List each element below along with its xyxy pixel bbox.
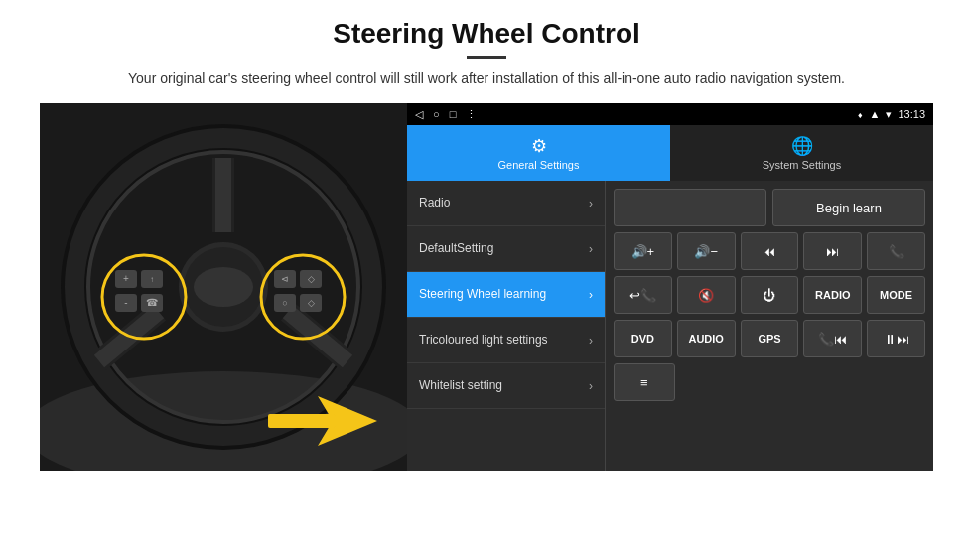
menu-item-default[interactable]: DefaultSetting › (407, 226, 605, 272)
blank-box (614, 189, 766, 226)
controls-row1: Begin learn (614, 189, 925, 226)
tel-prev-icon: 📞⏮ (818, 332, 847, 347)
android-panel: ◁ ○ □ ⋮ ⬧ ▲ ▾ 13:13 ⚙ General Settings (407, 103, 933, 471)
mode-label: MODE (880, 289, 912, 301)
menu-item-tricolour[interactable]: Tricoloured light settings › (407, 318, 605, 363)
svg-text:-: - (124, 297, 127, 308)
menu-whitelist-label: Whitelist setting (419, 378, 502, 394)
nav-back-icon[interactable]: ◁ (415, 108, 423, 121)
controls-area: Begin learn 🔊+ 🔊− ⏮ (606, 181, 933, 471)
title-divider (467, 56, 506, 59)
svg-text:○: ○ (282, 298, 287, 308)
power-button[interactable]: ⏻ (741, 276, 799, 314)
controls-row4: DVD AUDIO GPS 📞⏮ ⏸⏭ (614, 320, 925, 357)
tab-system[interactable]: 🌐 System Settings (670, 125, 933, 181)
power-icon: ⏻ (763, 288, 775, 303)
svg-text:+: + (123, 273, 129, 284)
menu-item-whitelist[interactable]: Whitelist setting › (407, 363, 605, 409)
svg-text:☎: ☎ (146, 297, 158, 308)
radio-button[interactable]: RADIO (803, 276, 862, 314)
main-area: Radio › DefaultSetting › Steering Wheel … (407, 181, 933, 471)
svg-text:◇: ◇ (308, 274, 315, 284)
tel-prev-button[interactable]: 📞⏮ (803, 320, 862, 357)
call-icon: 📞 (889, 244, 904, 259)
tab-system-label: System Settings (763, 159, 841, 171)
menu-item-radio[interactable]: Radio › (407, 181, 605, 226)
tab-general[interactable]: ⚙ General Settings (407, 125, 670, 181)
vol-down-icon: 🔊− (694, 244, 718, 259)
gps-button[interactable]: GPS (741, 320, 799, 357)
list-button[interactable]: ≡ (614, 363, 675, 401)
location-icon: ⬧ (857, 108, 864, 120)
list-icon: ≡ (640, 375, 648, 390)
next-icon: ⏭ (826, 244, 839, 259)
pause-next-button[interactable]: ⏸⏭ (867, 320, 925, 357)
chevron-icon: › (589, 242, 593, 256)
chevron-icon: › (589, 288, 593, 302)
controls-row2: 🔊+ 🔊− ⏮ ⏭ 📞 (614, 232, 925, 270)
hangup-button[interactable]: ↩📞 (614, 276, 672, 314)
dvd-label: DVD (631, 333, 654, 345)
general-settings-icon: ⚙ (531, 135, 547, 157)
page-title: Steering Wheel Control (40, 18, 933, 50)
system-settings-icon: 🌐 (791, 135, 813, 157)
content-row: + ↑ - ☎ ⊲ ◇ ○ ◇ (40, 103, 933, 471)
tabs-row: ⚙ General Settings 🌐 System Settings (407, 125, 933, 181)
steering-wheel-image: + ↑ - ☎ ⊲ ◇ ○ ◇ (40, 103, 407, 471)
gps-label: GPS (758, 333, 780, 345)
vol-up-icon: 🔊+ (631, 244, 655, 259)
prev-button[interactable]: ⏮ (741, 232, 799, 270)
statusbar-info: ⬧ ▲ ▾ 13:13 (857, 108, 925, 121)
hangup-icon: ↩📞 (629, 288, 656, 303)
svg-text:⊲: ⊲ (281, 274, 289, 284)
prev-icon: ⏮ (763, 244, 775, 259)
audio-label: AUDIO (688, 333, 723, 345)
mute-button[interactable]: 🔇 (677, 276, 736, 314)
menu-radio-label: Radio (419, 196, 450, 211)
controls-row5: ≡ (614, 363, 925, 401)
vol-down-button[interactable]: 🔊− (677, 232, 736, 270)
begin-learn-button[interactable]: Begin learn (772, 189, 925, 226)
nav-square-icon[interactable]: □ (450, 108, 457, 121)
menu-default-label: DefaultSetting (419, 241, 493, 257)
svg-point-13 (194, 267, 253, 307)
vol-up-button[interactable]: 🔊+ (614, 232, 672, 270)
chevron-icon: › (589, 197, 593, 210)
menu-list: Radio › DefaultSetting › Steering Wheel … (407, 181, 606, 471)
page-subtitle: Your original car's steering wheel contr… (40, 69, 933, 89)
chevron-icon: › (589, 334, 593, 348)
controls-row3: ↩📞 🔇 ⏻ RADIO MODE (614, 276, 925, 314)
mute-icon: 🔇 (698, 288, 714, 303)
next-button[interactable]: ⏭ (803, 232, 862, 270)
time-display: 13:13 (898, 108, 925, 120)
menu-item-swl[interactable]: Steering Wheel learning › (407, 272, 605, 318)
wifi-icon: ▾ (886, 108, 892, 121)
svg-text:↑: ↑ (150, 275, 154, 284)
audio-button[interactable]: AUDIO (677, 320, 736, 357)
nav-menu-icon[interactable]: ⋮ (466, 108, 477, 121)
svg-text:◇: ◇ (308, 298, 315, 308)
menu-swl-label: Steering Wheel learning (419, 287, 546, 303)
mode-button[interactable]: MODE (867, 276, 925, 314)
call-button[interactable]: 📞 (867, 232, 925, 270)
pause-next-icon: ⏸⏭ (884, 332, 909, 347)
dvd-button[interactable]: DVD (614, 320, 672, 357)
nav-home-icon[interactable]: ○ (433, 108, 440, 121)
radio-label: RADIO (815, 289, 850, 301)
statusbar-nav: ◁ ○ □ ⋮ (415, 108, 477, 121)
svg-rect-35 (268, 414, 336, 428)
signal-icon: ▲ (870, 108, 881, 120)
menu-tricolour-label: Tricoloured light settings (419, 333, 548, 349)
begin-learn-label: Begin learn (816, 201, 882, 215)
statusbar: ◁ ○ □ ⋮ ⬧ ▲ ▾ 13:13 (407, 103, 933, 125)
tab-general-label: General Settings (498, 159, 580, 171)
chevron-icon: › (589, 379, 593, 393)
